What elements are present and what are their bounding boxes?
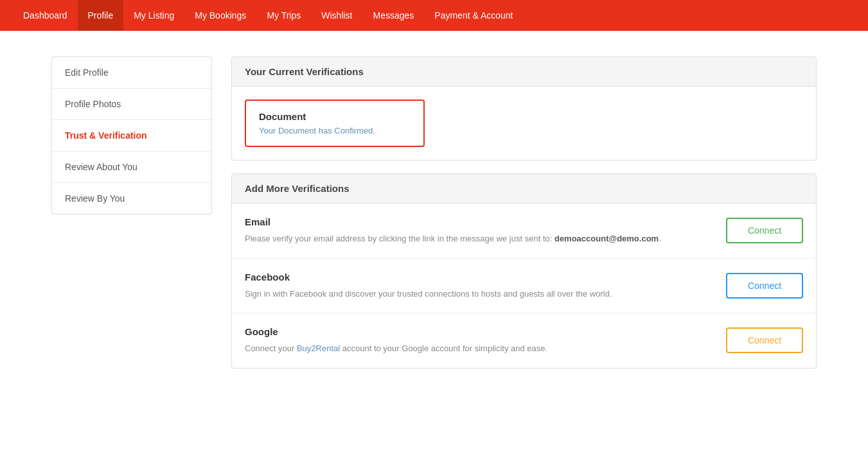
- nav-wishlist[interactable]: Wishlist: [311, 0, 362, 31]
- sidebar: Edit Profile Profile Photos Trust & Veri…: [51, 57, 212, 214]
- sidebar-item-edit-profile[interactable]: Edit Profile: [52, 57, 211, 89]
- facebook-description: Sign in with Facebook and discover your …: [245, 288, 713, 300]
- document-status: Your Document has Confirmed.: [259, 126, 411, 135]
- google-verification-item: Google Connect your Buy2Rental account t…: [232, 313, 816, 368]
- document-title: Document: [259, 111, 411, 122]
- nav-profile[interactable]: Profile: [78, 0, 124, 31]
- google-connect-button[interactable]: Connect: [726, 327, 803, 353]
- google-verification-info: Google Connect your Buy2Rental account t…: [245, 326, 713, 355]
- document-card: Document Your Document has Confirmed.: [245, 100, 425, 147]
- email-description: Please verify your email address by clic…: [245, 232, 713, 245]
- email-verification-item: Email Please verify your email address b…: [232, 204, 816, 259]
- main-content: Your Current Verifications Document Your…: [231, 57, 817, 435]
- sidebar-item-review-by-you[interactable]: Review By You: [52, 183, 211, 214]
- google-desc-part2: account to your Google account for simpl…: [340, 344, 547, 353]
- facebook-verification-item: Facebook Sign in with Facebook and disco…: [232, 259, 816, 314]
- email-address: demoaccount@demo.com: [554, 234, 659, 243]
- nav-my-trips[interactable]: My Trips: [256, 0, 311, 31]
- google-title: Google: [245, 326, 713, 337]
- email-verification-info: Email Please verify your email address b…: [245, 216, 713, 245]
- nav-payment-account[interactable]: Payment & Account: [424, 0, 523, 31]
- nav-my-bookings[interactable]: My Bookings: [184, 0, 256, 31]
- sidebar-item-review-about-you[interactable]: Review About You: [52, 152, 211, 183]
- page-body: Edit Profile Profile Photos Trust & Veri…: [0, 31, 868, 461]
- email-desc-part1: Please verify your email address by clic…: [245, 234, 554, 243]
- nav-messages[interactable]: Messages: [363, 0, 425, 31]
- nav-my-listing[interactable]: My Listing: [123, 0, 184, 31]
- facebook-connect-button[interactable]: Connect: [726, 273, 803, 299]
- email-connect-button[interactable]: Connect: [726, 218, 803, 243]
- add-verifications-header: Add More Verifications: [232, 174, 816, 204]
- sidebar-item-trust-verification[interactable]: Trust & Verification: [52, 120, 211, 152]
- google-brand: Buy2Rental: [297, 344, 340, 353]
- email-title: Email: [245, 216, 713, 227]
- facebook-verification-info: Facebook Sign in with Facebook and disco…: [245, 272, 713, 300]
- facebook-title: Facebook: [245, 272, 713, 283]
- google-desc-part1: Connect your: [245, 344, 297, 353]
- add-verifications-section: Add More Verifications Email Please veri…: [231, 173, 817, 369]
- top-navigation: Dashboard Profile My Listing My Bookings…: [0, 0, 868, 31]
- current-verifications-body: Document Your Document has Confirmed.: [232, 87, 816, 160]
- current-verifications-header: Your Current Verifications: [232, 57, 816, 87]
- sidebar-item-profile-photos[interactable]: Profile Photos: [52, 89, 211, 120]
- google-description: Connect your Buy2Rental account to your …: [245, 342, 713, 355]
- nav-dashboard[interactable]: Dashboard: [13, 0, 78, 31]
- email-desc-part2: .: [659, 234, 661, 243]
- current-verifications-section: Your Current Verifications Document Your…: [231, 57, 817, 161]
